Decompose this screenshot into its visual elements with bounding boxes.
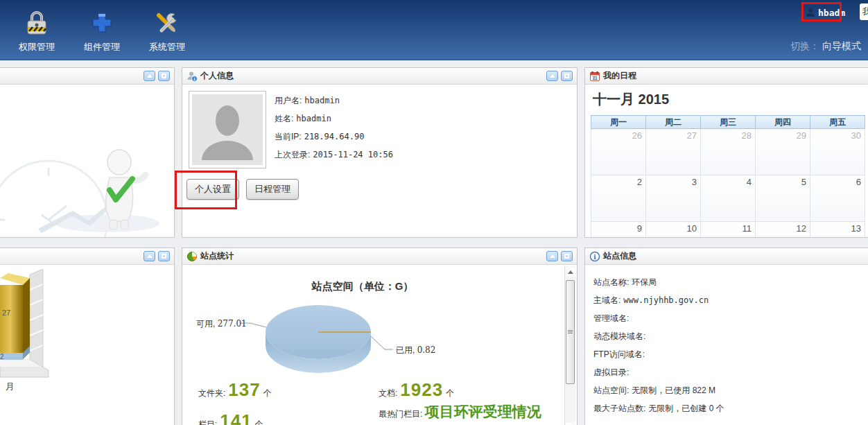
maximize-button[interactable] [561,251,573,261]
bar-value-label: 27 [2,309,10,317]
logged-in-user[interactable]: hbadm [806,5,845,20]
my-schedule-panel: 31 我的日程 十一月 2015 周一 周二 周三 周四 周五 26 27 28 [584,67,868,238]
info-row-name: 姓名:hbadmin [275,110,393,128]
maximize-button[interactable] [561,71,573,81]
calendar-month-title: 十一月 2015 [593,90,669,109]
calendar-day-cell[interactable]: 12 [756,222,810,238]
nav-item-permission-management[interactable]: 权限管理 [10,8,64,53]
welcome-illustration [0,85,174,237]
calendar-weekday-row: 周一 周二 周三 周四 周五 [591,116,865,129]
triangle-up-icon [550,74,555,78]
collapse-button[interactable] [144,251,155,261]
info-row-site-name: 站点名称:环保局 [593,273,724,291]
triangle-up-icon [147,74,153,78]
pie-label-used: 已用, 0.82 [396,345,435,356]
calendar-day-cell[interactable]: 4 [701,175,756,222]
maximize-button[interactable] [158,71,170,81]
site-info-panel: i 站点信息 站点名称:环保局 主域名:www.njyhhb.gov.cn 管理… [584,248,868,425]
collapse-button[interactable] [546,251,558,261]
info-row-dynamic-module-domain: 动态模块域名: [593,327,724,345]
switch-label: 切换： [790,40,819,51]
site-space-pie-chart: 可用, 277.01 已用, 0.82 [182,293,567,376]
calendar-day-cell[interactable]: 28 [701,129,756,175]
calendar-day-cell[interactable]: 10 [646,222,701,238]
square-icon [564,254,569,259]
nav-item-component-management[interactable]: 组件管理 [75,8,129,53]
panel-title: 站点信息 [603,250,636,262]
site-stats-body: 站点空间（单位：G） 可用, 277.01 已用, 0.82 [182,265,577,425]
component-plus-icon [88,8,116,37]
calendar-day-cell[interactable]: 13 [810,222,865,238]
site-stats-panel: 站点统计 站点空间（单位：G） [182,248,578,425]
personal-buttons: 个人设置 日程管理 [186,179,299,200]
fragment-text: 我 [862,6,868,17]
weekday-header: 周三 [701,116,756,129]
calendar-day-cell[interactable]: 11 [701,222,756,238]
weekday-header: 周一 [591,116,646,129]
pie-chart-title: 站点空间（单位：G） [227,280,498,293]
calendar-week-row: 26 27 28 29 30 [591,129,865,175]
square-icon [162,254,166,259]
calendar-week-row: 9 10 11 12 13 [591,222,865,238]
calendar-day-cell[interactable]: 2 [591,175,646,222]
calendar-day-cell[interactable]: 9 [591,222,646,238]
thumb-grip-icon [568,329,573,334]
collapse-button[interactable] [546,71,558,81]
calendar-day-cell[interactable]: 26 [591,129,646,175]
info-row-admin-domain: 管理域名: [593,309,724,327]
scrollbar-thumb[interactable] [566,280,575,384]
calendar-day-cell[interactable]: 30 [810,129,865,175]
pie-label-available: 可用, 277.01 [196,318,247,330]
stat-documents: 文档:1923个 [379,379,454,401]
site-stats-header: 站点统计 [182,248,577,265]
maximize-button[interactable] [158,251,170,261]
weekday-header: 周四 [756,116,810,129]
site-info-rows: 站点名称:环保局 主域名:www.njyhhb.gov.cn 管理域名: 动态模… [593,273,724,417]
partial-button-fragment[interactable]: 我 [860,3,868,20]
personal-info-rows: 用户名:hbadmin 姓名:hbadmin 当前IP:218.94.64.90… [275,92,393,164]
welcome-panel-header [0,68,174,85]
info-row-ip: 当前IP:218.94.64.90 [275,128,393,146]
bar-chart-header [0,248,174,265]
bar-chart-panel: 27 2 月 [0,248,175,425]
gold-3d-bar-chart: 27 2 月 [0,265,174,425]
calendar-day-cell[interactable]: 29 [756,129,810,175]
tools-icon [153,8,181,37]
calendar-day-cell[interactable]: 5 [756,175,810,222]
username-label: hbadm [818,8,845,18]
avatar-silhouette-icon [192,94,263,165]
vertical-scrollbar[interactable] [564,266,575,425]
calendar-day-cell[interactable]: 27 [646,129,701,175]
wizard-mode-link[interactable]: 向导模式 [822,40,861,51]
stat-columns: 栏目:141个 [198,410,263,425]
panel-title: 我的日程 [603,70,636,82]
calendar-table: 周一 周二 周三 周四 周五 26 27 28 29 30 2 3 [591,115,865,237]
calendar-day-cell[interactable]: 3 [646,175,701,222]
bar-value-label-2: 2 [0,353,4,361]
main-nav: 权限管理 组件管理 系统管理 [10,8,194,53]
welcome-panel [0,67,175,238]
scroll-down-button[interactable] [566,422,575,425]
square-icon [162,73,166,78]
my-schedule-header: 31 我的日程 [585,68,868,85]
personal-info-header: i 个人信息 [182,68,577,85]
personal-settings-button[interactable]: 个人设置 [186,179,239,200]
nav-item-system-management[interactable]: 系统管理 [140,8,194,53]
info-row-last-login: 上次登录:2015-11-24 10:56 [275,146,393,164]
site-info-header: i 站点信息 [585,248,868,265]
calendar-day-cell[interactable]: 6 [810,175,865,222]
arrow-up-icon [568,270,573,274]
info-row-username: 用户名:hbadmin [275,92,393,110]
triangle-up-icon [147,254,153,258]
square-icon [564,73,569,78]
nav-label: 权限管理 [10,41,64,53]
calendar-week-row: 2 3 4 5 6 [591,175,865,222]
user-icon [806,8,815,17]
info-row-max-subsites: 最大子站点数:无限制，已创建 0 个 [593,399,724,417]
scroll-up-button[interactable] [566,267,575,277]
schedule-management-button[interactable]: 日程管理 [246,179,299,200]
pie-chart-icon [186,251,198,262]
avatar [189,91,266,168]
info-row-virtual-directory: 虚拟目录: [593,363,724,381]
collapse-button[interactable] [144,71,155,81]
